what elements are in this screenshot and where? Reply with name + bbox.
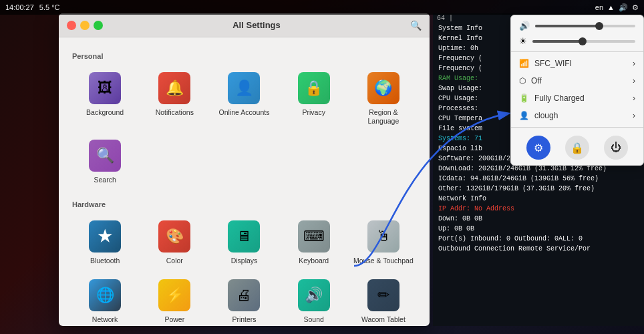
- brightness-track[interactable]: [532, 40, 635, 43]
- network-icon: 🌐: [89, 279, 121, 311]
- bottom-icons-row: ⚙ 🔒 ⏻: [511, 130, 643, 162]
- settings-item-network[interactable]: 🌐 Network: [72, 274, 138, 326]
- settings-item-wacom[interactable]: ✏ Wacom Tablet: [351, 274, 416, 326]
- color-label: Color: [166, 257, 183, 265]
- titlebar-search: 🔍: [410, 20, 422, 31]
- bluetooth-icon: ★: [89, 220, 121, 253]
- wifi-icon-item: 📶: [519, 59, 529, 68]
- topbar-temp: 5.5 °C: [39, 3, 60, 11]
- settings-item-search[interactable]: 🔍 Search: [72, 134, 138, 190]
- notifications-label: Notifications: [156, 108, 194, 117]
- search-label: Search: [94, 176, 116, 184]
- titlebar-controls: [67, 21, 103, 30]
- brightness-icon: ☀: [519, 36, 527, 46]
- power-icon: ⚡: [158, 279, 190, 311]
- volume-icon-dropdown: 🔊: [519, 21, 530, 31]
- notifications-icon: 🔔: [158, 72, 190, 104]
- minimize-button[interactable]: [80, 21, 90, 30]
- background-label: Background: [86, 108, 124, 117]
- dropdown-item-battery[interactable]: 🔋 Fully Charged ›: [511, 90, 643, 107]
- settings-item-sound[interactable]: 🔊 Sound: [281, 274, 347, 326]
- user-icon-item: 👤: [519, 111, 529, 120]
- separator-2: [511, 127, 643, 128]
- search-icon: 🔍: [89, 140, 121, 172]
- privacy-label: Privacy: [302, 108, 325, 117]
- hardware-grid: ★ Bluetooth 🎨 Color 🖥 Displays ⌨ Keyboar…: [72, 215, 416, 326]
- online-accounts-label: Online Accounts: [219, 108, 270, 117]
- power-label: Power: [164, 315, 184, 324]
- wacom-label: Wacom Tablet: [361, 315, 406, 324]
- term-line-23: Outbound Connection Remote Service/Por: [436, 244, 641, 254]
- volume-track[interactable]: [535, 25, 635, 27]
- keyboard-icon: ⌨: [298, 220, 330, 253]
- wifi-icon[interactable]: ▲: [607, 3, 615, 11]
- term-line-19: IP Addr: No Address: [436, 204, 641, 214]
- section-hardware: Hardware: [72, 200, 416, 208]
- region-icon: 🌍: [367, 72, 399, 104]
- maximize-button[interactable]: [94, 21, 103, 30]
- brightness-thumb: [579, 37, 587, 45]
- wacom-icon: ✏: [367, 279, 399, 311]
- settings-item-online-accounts[interactable]: 👤 Online Accounts: [211, 67, 277, 130]
- bluetooth-icon-item: ⬡: [519, 76, 526, 86]
- settings-item-keyboard[interactable]: ⌨ Keyboard: [281, 215, 347, 271]
- mouse-icon: 🖱: [367, 220, 399, 253]
- settings-item-privacy[interactable]: 🔒 Privacy: [281, 67, 347, 130]
- settings-item-displays[interactable]: 🖥 Displays: [211, 215, 277, 271]
- settings-item-notifications[interactable]: 🔔 Notifications: [142, 67, 207, 130]
- separator-1: [511, 51, 643, 52]
- term-line-16: ICdata: 94.8GiB/246GiB (139GiB 56% free): [436, 174, 641, 184]
- settings-titlebar: All Settings 🔍: [59, 13, 430, 37]
- user-arrow: ›: [633, 111, 635, 120]
- battery-icon-item: 🔋: [519, 94, 529, 103]
- settings-item-power[interactable]: ⚡ Power: [142, 274, 207, 326]
- user-item-left: 👤 clough: [519, 111, 558, 120]
- mouse-label: Mouse & Touchpad: [353, 257, 414, 265]
- volume-fill: [535, 25, 601, 27]
- settings-item-printers[interactable]: 🖨 Printers: [211, 274, 277, 326]
- settings-item-color[interactable]: 🎨 Color: [142, 215, 207, 271]
- system-dropdown: 🔊 ☀ 📶 SFC_WIFI › ⬡ Off › 🔋 Fully Charged: [510, 15, 644, 166]
- sound-icon: 🔊: [298, 279, 330, 311]
- settings-item-mouse[interactable]: 🖱 Mouse & Touchpad: [351, 215, 416, 271]
- topbar-left: 14:00:27 5.5 °C: [5, 3, 60, 11]
- background-icon: 🖼: [89, 72, 121, 104]
- volume-icon[interactable]: 🔊: [619, 3, 628, 12]
- term-line-22: Port(s) Inbound: 0 Outbound: 0ALL: 0: [436, 234, 641, 244]
- displays-icon: 🖥: [228, 220, 260, 253]
- wifi-label: SFC_WIFI: [534, 59, 572, 68]
- search-button[interactable]: 🔍: [410, 20, 422, 31]
- settings-item-bluetooth[interactable]: ★ Bluetooth: [72, 215, 138, 271]
- term-line-21: Up: 0B 0B: [436, 224, 641, 234]
- settings-window: All Settings 🔍 Personal 🖼 Background 🔔 N…: [59, 13, 430, 326]
- network-label: Network: [92, 315, 118, 324]
- privacy-icon: 🔒: [298, 72, 330, 104]
- battery-arrow: ›: [633, 94, 635, 103]
- settings-body: Personal 🖼 Background 🔔 Notifications 👤 …: [59, 37, 430, 326]
- wifi-arrow: ›: [633, 59, 635, 68]
- volume-thumb: [595, 22, 603, 30]
- region-label: Region & Language: [353, 108, 414, 125]
- keyboard-label: Keyboard: [299, 257, 329, 265]
- bluetooth-arrow: ›: [633, 76, 635, 86]
- settings-bottom-button[interactable]: ⚙: [526, 136, 550, 160]
- personal-grid: 🖼 Background 🔔 Notifications 👤 Online Ac…: [72, 67, 416, 190]
- power-bottom-button[interactable]: ⏻: [604, 136, 628, 160]
- lock-bottom-button[interactable]: 🔒: [565, 136, 589, 160]
- dropdown-item-bluetooth[interactable]: ⬡ Off ›: [511, 72, 643, 90]
- term-line-17: Other: 132GiB/179GiB (37.3GiB 20% free): [436, 184, 641, 194]
- topbar: 14:00:27 5.5 °C en ▲ 🔊 ⚙: [0, 0, 644, 15]
- printers-icon: 🖨: [228, 279, 260, 311]
- close-button[interactable]: [67, 21, 76, 30]
- system-tray-icon[interactable]: ⚙: [632, 3, 639, 12]
- term-line-20: Down: 0B 0B: [436, 214, 641, 224]
- wifi-item-left: 📶 SFC_WIFI: [519, 59, 572, 68]
- online-accounts-icon: 👤: [228, 72, 260, 104]
- dropdown-item-user[interactable]: 👤 clough ›: [511, 107, 643, 124]
- window-title: All Settings: [103, 20, 410, 30]
- settings-item-background[interactable]: 🖼 Background: [72, 67, 138, 130]
- term-line-18: Network Info: [436, 194, 641, 204]
- bluetooth-label: Bluetooth: [90, 257, 120, 265]
- dropdown-item-wifi[interactable]: 📶 SFC_WIFI ›: [511, 55, 643, 72]
- settings-item-region[interactable]: 🌍 Region & Language: [351, 67, 416, 130]
